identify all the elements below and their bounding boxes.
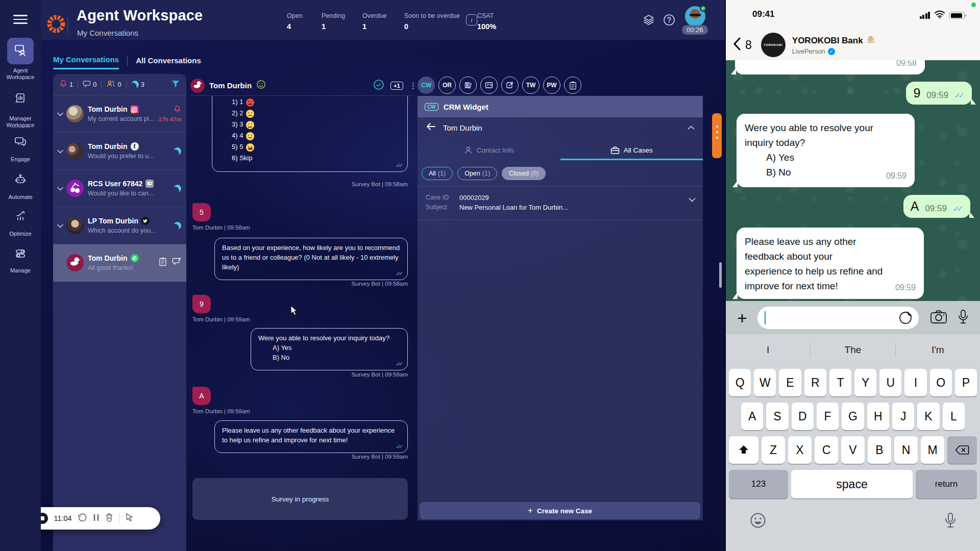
chevron-down-icon[interactable] bbox=[57, 184, 65, 193]
key-l[interactable]: L bbox=[943, 403, 965, 430]
message-input[interactable] bbox=[757, 307, 919, 329]
tab-all-cases[interactable]: All Cases bbox=[560, 142, 703, 160]
side-panel-handle[interactable] bbox=[712, 113, 722, 158]
queue-people-icon[interactable] bbox=[106, 80, 115, 90]
tab-all-conversations[interactable]: All Conversations bbox=[136, 56, 201, 69]
chevron-down-icon[interactable] bbox=[57, 146, 65, 156]
key-a[interactable]: A bbox=[741, 403, 763, 430]
key-b[interactable]: B bbox=[868, 436, 891, 464]
key-m[interactable]: M bbox=[921, 436, 944, 464]
key-p[interactable]: P bbox=[955, 369, 977, 396]
key-i[interactable]: I bbox=[904, 369, 926, 396]
transfer-plus1-button[interactable]: +1 bbox=[390, 82, 403, 90]
layers-icon[interactable] bbox=[642, 13, 655, 29]
kebab-menu-icon[interactable]: ⋮ bbox=[409, 84, 412, 87]
dictation-mic-icon[interactable] bbox=[944, 512, 957, 532]
resolve-check-icon[interactable] bbox=[373, 79, 384, 92]
sticker-icon[interactable] bbox=[898, 311, 913, 327]
avatar bbox=[66, 217, 84, 234]
suggestion-2[interactable]: The bbox=[811, 344, 895, 356]
pill-closed[interactable]: Closed(0) bbox=[502, 167, 546, 180]
key-k[interactable]: K bbox=[917, 403, 939, 430]
widget-pw-button[interactable]: PW bbox=[543, 77, 560, 94]
widget-tw-button[interactable]: TW bbox=[522, 77, 540, 94]
collapse-chevron-icon[interactable] bbox=[688, 123, 695, 132]
snoozed-moon-icon[interactable] bbox=[130, 80, 139, 89]
numbers-key[interactable]: 123 bbox=[729, 470, 788, 498]
key-w[interactable]: W bbox=[754, 369, 776, 396]
conversation-item-selected[interactable]: Tom Durbin ✆ All good thanks! bbox=[53, 244, 186, 282]
sidebar-item-manager-workspace[interactable]: Manager Workspace bbox=[0, 86, 41, 129]
key-r[interactable]: R bbox=[804, 369, 826, 396]
key-o[interactable]: O bbox=[930, 369, 952, 396]
sidebar-item-manage[interactable]: Manage bbox=[0, 244, 41, 274]
filter-funnel-icon[interactable] bbox=[171, 79, 180, 90]
key-g[interactable]: G bbox=[842, 403, 864, 430]
expand-chevron-icon[interactable] bbox=[689, 195, 696, 204]
attach-plus-icon[interactable]: + bbox=[737, 310, 747, 325]
close-conversation-icon[interactable] bbox=[172, 257, 181, 268]
conversation-item[interactable]: LP Tom Durbin Which account do you... bbox=[53, 207, 186, 244]
trash-icon[interactable] bbox=[105, 513, 113, 524]
tab-my-conversations[interactable]: My Conversations bbox=[53, 55, 119, 69]
emoji-keyboard-icon[interactable] bbox=[749, 512, 767, 532]
conversation-item[interactable]: Tom Durbin My current account pl... -17h… bbox=[53, 95, 186, 133]
key-x[interactable]: X bbox=[788, 436, 812, 464]
back-arrow-icon[interactable] bbox=[426, 122, 436, 133]
sidebar-item-agent-workspace[interactable]: Agent Workspace bbox=[0, 38, 41, 81]
widget-cw-button[interactable]: CW bbox=[418, 77, 435, 94]
pill-open[interactable]: Open(1) bbox=[457, 167, 497, 180]
key-h[interactable]: H bbox=[867, 403, 889, 430]
tab-contact-info[interactable]: Contact Info bbox=[418, 142, 560, 160]
key-n[interactable]: N bbox=[894, 436, 918, 464]
restart-icon[interactable] bbox=[78, 513, 87, 524]
conversation-item[interactable]: RCS User 67842 Would you like to can... bbox=[53, 170, 186, 207]
key-v[interactable]: V bbox=[841, 436, 865, 464]
scrollbar-thumb[interactable] bbox=[719, 262, 722, 288]
help-icon[interactable] bbox=[663, 13, 676, 29]
camera-icon[interactable] bbox=[930, 310, 947, 326]
case-row[interactable]: Case ID00002029 SubjectNew Personal Loan… bbox=[418, 186, 703, 220]
key-e[interactable]: E bbox=[779, 369, 801, 396]
shift-key[interactable] bbox=[729, 436, 758, 464]
pause-icon[interactable] bbox=[93, 513, 100, 524]
backspace-key[interactable] bbox=[947, 436, 977, 464]
sidebar-item-optimize[interactable]: Optimize bbox=[0, 207, 41, 237]
pointer-icon[interactable] bbox=[125, 513, 134, 524]
widget-compose-button[interactable] bbox=[501, 77, 519, 94]
widget-card-button[interactable] bbox=[480, 77, 498, 94]
key-z[interactable]: Z bbox=[762, 436, 785, 464]
key-s[interactable]: S bbox=[766, 403, 788, 430]
sidebar-item-automate[interactable]: Automate bbox=[0, 170, 41, 201]
conversation-item[interactable]: Tom Durbin f Would you prefer to u... bbox=[53, 133, 186, 170]
back-chevron-icon[interactable] bbox=[733, 37, 741, 53]
space-key[interactable]: space bbox=[791, 470, 913, 498]
agent-avatar[interactable]: ✓ bbox=[685, 6, 705, 27]
return-key[interactable]: return bbox=[916, 470, 977, 498]
sidebar-item-engage[interactable]: Engage bbox=[0, 133, 41, 163]
brand-avatar[interactable]: YOROKOBI bbox=[761, 33, 786, 57]
create-new-case-button[interactable]: + Create new Case bbox=[420, 502, 700, 519]
key-d[interactable]: D bbox=[792, 403, 814, 430]
key-y[interactable]: Y bbox=[854, 369, 876, 396]
suggestion-1[interactable]: I bbox=[726, 344, 810, 356]
chevron-down-icon[interactable] bbox=[57, 221, 65, 230]
hamburger-menu-icon[interactable] bbox=[11, 12, 30, 26]
key-t[interactable]: T bbox=[829, 369, 851, 396]
suggestion-3[interactable]: I'm bbox=[896, 344, 980, 356]
widget-notes-button[interactable] bbox=[564, 77, 581, 94]
chat-count-icon[interactable] bbox=[83, 80, 91, 90]
chevron-down-icon[interactable] bbox=[57, 109, 65, 118]
key-q[interactable]: Q bbox=[729, 369, 751, 396]
info-icon[interactable]: i bbox=[466, 14, 477, 26]
pill-all[interactable]: All(1) bbox=[422, 167, 453, 180]
key-c[interactable]: C bbox=[815, 436, 838, 464]
alert-bell-icon[interactable] bbox=[59, 80, 67, 90]
key-j[interactable]: J bbox=[892, 403, 914, 430]
widget-library-button[interactable] bbox=[459, 77, 477, 94]
widget-or-button[interactable]: OR bbox=[438, 77, 456, 94]
mic-icon[interactable] bbox=[958, 309, 969, 327]
summary-clipboard-icon[interactable] bbox=[159, 257, 167, 268]
key-f[interactable]: F bbox=[817, 403, 839, 430]
key-u[interactable]: U bbox=[879, 369, 901, 396]
